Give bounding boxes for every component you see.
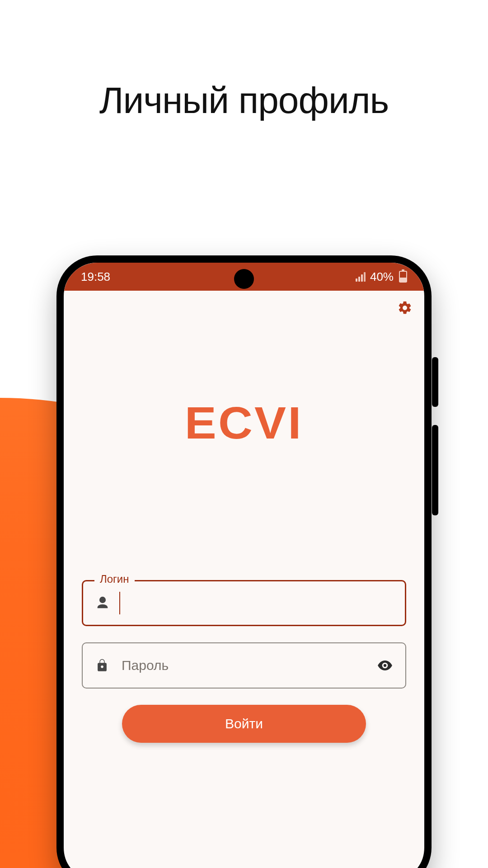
phone-side-button bbox=[432, 357, 438, 407]
brand-logo-text: ECVI bbox=[185, 397, 303, 449]
lock-icon bbox=[94, 658, 110, 673]
password-input[interactable] bbox=[122, 658, 365, 673]
text-caret bbox=[119, 592, 120, 614]
status-time: 19:58 bbox=[81, 270, 110, 284]
eye-icon[interactable] bbox=[376, 657, 394, 674]
password-field[interactable] bbox=[82, 642, 406, 689]
battery-icon bbox=[399, 271, 407, 283]
brand-logo: ECVI bbox=[64, 397, 424, 449]
login-input[interactable] bbox=[132, 595, 393, 611]
signal-icon bbox=[355, 272, 366, 282]
login-button[interactable]: Войти bbox=[122, 705, 366, 743]
status-battery-pct: 40% bbox=[370, 270, 394, 284]
phone-frame: 19:58 40% ECVI Логин bbox=[56, 255, 432, 868]
gear-icon[interactable] bbox=[397, 300, 413, 317]
app-bar bbox=[64, 291, 424, 327]
login-field[interactable]: Логин bbox=[82, 580, 406, 626]
page-title: Личный профиль bbox=[0, 79, 488, 122]
camera-notch bbox=[234, 269, 254, 289]
person-icon bbox=[95, 595, 110, 611]
login-label: Логин bbox=[94, 573, 135, 585]
phone-side-button bbox=[432, 425, 438, 515]
login-form: Логин Войти bbox=[64, 580, 424, 743]
status-bar: 19:58 40% bbox=[64, 263, 424, 291]
